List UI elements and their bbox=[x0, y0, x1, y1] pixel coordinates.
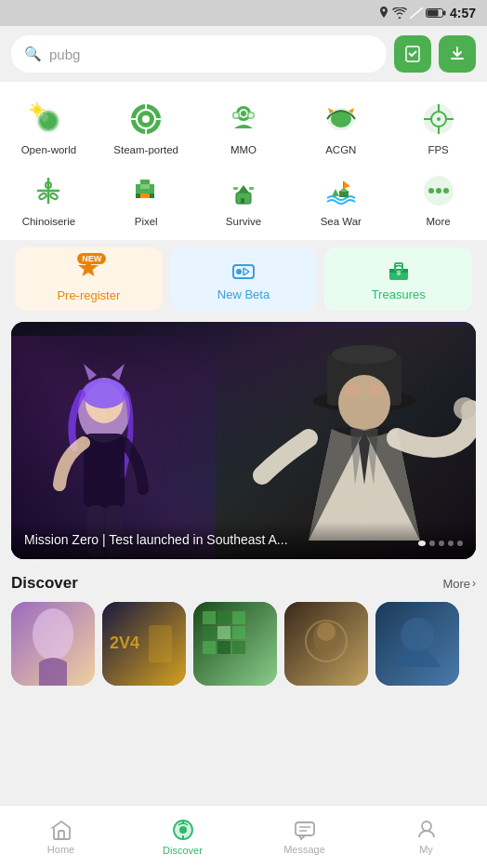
nav-discover[interactable]: Discover bbox=[122, 806, 244, 868]
svg-point-15 bbox=[34, 107, 40, 113]
svg-line-81 bbox=[244, 272, 249, 275]
banner-text-area: Mission Zero | Test launched in Southeas… bbox=[11, 522, 476, 559]
nav-home[interactable]: Home bbox=[0, 806, 122, 868]
nav-message-label: Message bbox=[283, 844, 325, 855]
fps-label: FPS bbox=[428, 144, 448, 155]
more-label: More bbox=[426, 216, 450, 227]
dot-4 bbox=[448, 541, 454, 546]
tab-treasures[interactable]: Treasures bbox=[324, 247, 472, 311]
svg-rect-109 bbox=[217, 611, 230, 624]
category-pixel[interactable]: Pixel bbox=[98, 163, 195, 234]
home-icon bbox=[50, 819, 72, 841]
acgn-icon bbox=[321, 99, 362, 140]
discover-title: Discover bbox=[11, 574, 78, 593]
steam-ported-label: Steam-ported bbox=[113, 144, 178, 155]
sea-war-icon bbox=[321, 170, 362, 211]
open-world-label: Open-world bbox=[21, 144, 76, 155]
newbeta-icon bbox=[230, 258, 257, 284]
discover-games-list: 2V4 bbox=[11, 602, 476, 693]
nav-my-label: My bbox=[419, 844, 433, 855]
discover-section: Discover More › bbox=[0, 570, 487, 693]
search-bar[interactable]: 🔍 pubg bbox=[11, 35, 387, 73]
more-icon bbox=[418, 170, 459, 211]
wifi-icon bbox=[392, 7, 407, 19]
banner-title: Mission Zero | Test launched in Southeas… bbox=[24, 532, 288, 547]
category-fps[interactable]: FPS bbox=[389, 91, 487, 163]
svg-point-78 bbox=[236, 269, 242, 274]
svg-point-99 bbox=[338, 375, 390, 431]
game-item-5[interactable] bbox=[375, 602, 459, 686]
dot-3 bbox=[439, 541, 444, 546]
category-mmo[interactable]: MMO bbox=[195, 91, 293, 163]
status-icons bbox=[378, 7, 446, 20]
svg-point-103 bbox=[33, 608, 73, 661]
mmo-icon bbox=[223, 99, 264, 140]
dot-1 bbox=[418, 541, 426, 546]
svg-point-49 bbox=[50, 193, 59, 200]
svg-point-132 bbox=[422, 821, 431, 831]
mmo-label: MMO bbox=[230, 144, 257, 155]
category-survive[interactable]: Survive bbox=[195, 163, 293, 234]
category-sea-war[interactable]: Sea War bbox=[292, 163, 389, 234]
nav-my[interactable]: My bbox=[365, 806, 487, 868]
svg-point-24 bbox=[142, 115, 150, 123]
svg-rect-106 bbox=[149, 625, 172, 662]
category-acgn[interactable]: ACGN bbox=[292, 91, 389, 163]
svg-rect-6 bbox=[427, 10, 438, 17]
survive-icon bbox=[223, 170, 264, 211]
discover-icon bbox=[171, 818, 195, 842]
svg-point-44 bbox=[437, 117, 441, 121]
svg-rect-110 bbox=[232, 611, 245, 624]
tab-newbeta[interactable]: New Beta bbox=[170, 247, 318, 311]
dot-5 bbox=[457, 541, 463, 546]
newbeta-label: New Beta bbox=[217, 287, 270, 301]
game-item-2[interactable]: 2V4 bbox=[102, 602, 186, 686]
svg-rect-67 bbox=[233, 187, 238, 190]
svg-rect-7 bbox=[443, 11, 446, 16]
main-content: 🔍 pubg bbox=[0, 26, 487, 868]
svg-point-31 bbox=[241, 111, 246, 116]
category-chinoiserie[interactable]: Chinoiserie bbox=[0, 163, 98, 234]
svg-rect-50 bbox=[140, 180, 145, 184]
banner[interactable]: Mission Zero | Test launched in Southeas… bbox=[11, 322, 476, 559]
svg-rect-113 bbox=[232, 626, 245, 639]
discover-more-link[interactable]: More › bbox=[442, 577, 476, 591]
search-icon: 🔍 bbox=[24, 46, 42, 62]
game-item-3[interactable] bbox=[193, 602, 277, 686]
category-open-world[interactable]: Open-world bbox=[0, 91, 98, 163]
download-button[interactable] bbox=[439, 35, 476, 73]
discover-header: Discover More › bbox=[11, 570, 476, 602]
wishlist-button[interactable] bbox=[394, 35, 431, 73]
svg-point-96 bbox=[332, 345, 397, 364]
svg-point-75 bbox=[443, 188, 449, 194]
pixel-icon bbox=[125, 170, 166, 211]
category-more[interactable]: More bbox=[389, 163, 487, 234]
svg-line-20 bbox=[32, 104, 33, 106]
game-item-4[interactable] bbox=[284, 602, 368, 686]
svg-rect-63 bbox=[150, 194, 154, 198]
svg-rect-51 bbox=[145, 180, 150, 184]
category-steam-ported[interactable]: Steam-ported bbox=[98, 91, 195, 163]
svg-rect-66 bbox=[241, 198, 244, 204]
svg-marker-92 bbox=[84, 364, 97, 381]
chinoiserie-icon bbox=[28, 170, 69, 211]
nav-home-label: Home bbox=[47, 844, 74, 855]
svg-point-126 bbox=[179, 826, 187, 834]
battery-icon bbox=[426, 7, 446, 19]
nav-message[interactable]: Message bbox=[244, 806, 365, 868]
tab-preregister[interactable]: NEW Pre-register bbox=[15, 247, 163, 311]
svg-rect-123 bbox=[59, 831, 64, 839]
svg-point-120 bbox=[317, 622, 336, 641]
game-item-1[interactable] bbox=[11, 602, 95, 686]
treasures-label: Treasures bbox=[372, 287, 426, 301]
location-icon bbox=[378, 7, 389, 20]
svg-rect-52 bbox=[136, 184, 140, 189]
search-bar-row: 🔍 pubg bbox=[0, 26, 487, 82]
open-world-icon bbox=[28, 99, 69, 140]
svg-point-35 bbox=[248, 114, 253, 118]
my-icon bbox=[415, 819, 438, 841]
svg-point-48 bbox=[39, 193, 47, 200]
svg-rect-111 bbox=[203, 626, 216, 639]
svg-text:2V4: 2V4 bbox=[110, 634, 139, 652]
svg-rect-54 bbox=[145, 184, 150, 189]
